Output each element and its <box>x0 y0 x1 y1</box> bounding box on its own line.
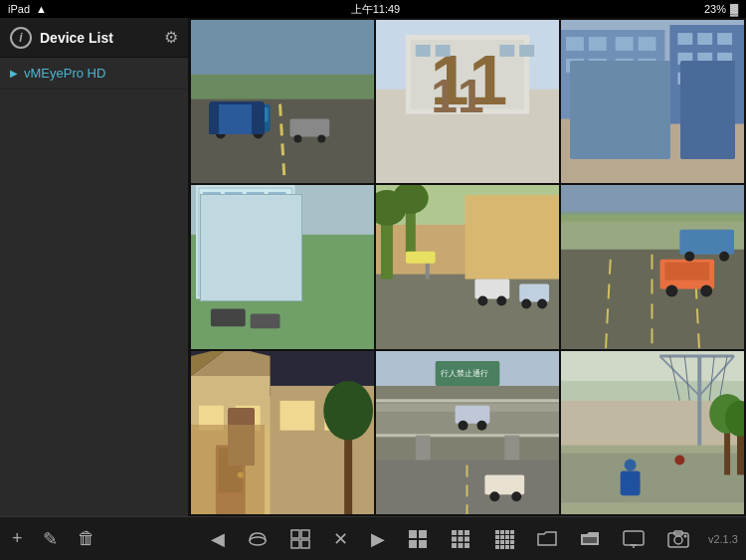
multiview-button[interactable] <box>286 525 314 553</box>
svg-rect-70 <box>474 280 509 299</box>
svg-rect-98 <box>199 405 224 430</box>
svg-rect-21 <box>561 70 744 119</box>
folder2-button[interactable] <box>576 525 604 553</box>
svg-point-137 <box>625 459 637 470</box>
svg-point-121 <box>511 491 521 501</box>
svg-rect-151 <box>409 540 417 548</box>
svg-rect-44 <box>196 185 294 298</box>
svg-rect-138 <box>621 470 641 495</box>
edit-button[interactable]: ✎ <box>39 524 62 554</box>
grid9-button[interactable] <box>447 525 474 553</box>
svg-rect-95 <box>216 445 246 514</box>
camera-cell-1[interactable] <box>191 20 374 183</box>
device-item-vmeyepro[interactable]: ▶ vMEyePro HD <box>0 58 188 90</box>
svg-rect-92 <box>191 376 271 514</box>
svg-rect-86 <box>679 230 734 255</box>
screen-button[interactable] <box>619 526 649 552</box>
svg-rect-34 <box>566 37 584 51</box>
camera-cell-6[interactable] <box>561 185 744 348</box>
svg-rect-150 <box>419 530 427 538</box>
svg-rect-29 <box>717 53 732 65</box>
svg-point-87 <box>684 252 694 262</box>
svg-point-139 <box>674 455 684 465</box>
svg-rect-146 <box>301 530 309 538</box>
camera-cell-7[interactable] <box>191 351 374 514</box>
svg-rect-100 <box>191 425 276 514</box>
svg-rect-89 <box>561 212 744 222</box>
svg-rect-52 <box>247 212 265 226</box>
svg-rect-30 <box>677 73 692 85</box>
svg-rect-42 <box>191 185 374 240</box>
svg-rect-39 <box>589 59 607 73</box>
dome-button[interactable] <box>244 525 272 553</box>
camera-grid: 11 <box>189 18 746 516</box>
sidebar-title: Device List <box>40 30 113 46</box>
svg-rect-102 <box>280 400 315 430</box>
svg-point-184 <box>683 534 686 537</box>
camera-scene-5 <box>376 185 559 348</box>
camera-scene-9 <box>561 351 744 514</box>
svg-rect-163 <box>500 530 504 534</box>
svg-rect-165 <box>510 530 514 534</box>
camera-cell-3[interactable] <box>561 20 744 183</box>
camera-settings-button[interactable] <box>663 526 693 552</box>
toolbar: + ✎ 🗑 ◀ ✕ ▶ <box>0 516 746 560</box>
svg-rect-57 <box>269 232 286 246</box>
camera-scene-1 <box>191 20 374 183</box>
camera-cell-2[interactable]: 11 <box>376 20 559 183</box>
info-icon[interactable]: i <box>10 27 32 49</box>
svg-rect-119 <box>484 474 524 494</box>
delete-button[interactable]: 🗑 <box>74 524 99 553</box>
svg-rect-154 <box>459 530 464 535</box>
svg-point-88 <box>719 252 729 262</box>
svg-rect-16 <box>416 45 431 57</box>
svg-rect-69 <box>406 252 436 264</box>
settings-icon[interactable]: ⚙ <box>164 28 178 47</box>
svg-rect-152 <box>419 540 427 548</box>
add-button[interactable]: + <box>8 524 27 553</box>
svg-rect-161 <box>465 543 469 548</box>
svg-rect-148 <box>301 540 309 548</box>
camera-cell-4[interactable] <box>191 185 374 348</box>
svg-rect-18 <box>499 45 514 57</box>
folder1-button[interactable] <box>533 525 561 553</box>
svg-rect-53 <box>269 212 286 226</box>
grid4-button[interactable] <box>404 525 432 553</box>
svg-point-9 <box>293 134 301 142</box>
svg-rect-28 <box>697 53 712 65</box>
svg-rect-27 <box>677 53 692 65</box>
svg-rect-45 <box>199 188 291 295</box>
svg-rect-48 <box>247 192 265 206</box>
back-button[interactable]: ◀ <box>207 524 229 554</box>
svg-rect-157 <box>459 536 464 541</box>
svg-rect-96 <box>219 448 243 492</box>
svg-rect-156 <box>452 536 457 541</box>
grid16-button[interactable] <box>490 525 518 553</box>
sidebar: i Device List ⚙ ▶ vMEyePro HD <box>0 18 189 516</box>
svg-rect-149 <box>409 530 417 538</box>
camera-cell-8[interactable]: 行人禁止通行 <box>376 351 559 514</box>
svg-rect-168 <box>505 535 509 539</box>
camera-cell-5[interactable] <box>376 185 559 348</box>
svg-rect-49 <box>269 192 286 206</box>
svg-point-6 <box>216 129 226 139</box>
svg-rect-158 <box>465 536 469 541</box>
svg-rect-36 <box>616 37 634 51</box>
svg-rect-4 <box>211 104 271 132</box>
svg-rect-31 <box>697 73 712 85</box>
svg-rect-167 <box>500 535 504 539</box>
svg-rect-162 <box>495 530 499 534</box>
svg-rect-147 <box>291 540 299 548</box>
camera-scene-2: 11 <box>376 20 559 183</box>
close-button[interactable]: ✕ <box>329 524 352 554</box>
svg-rect-159 <box>452 543 457 548</box>
camera-cell-9[interactable] <box>561 351 744 514</box>
svg-rect-172 <box>505 540 509 544</box>
status-bar: iPad ▲ 上午11:49 23% ▓ <box>0 0 746 18</box>
svg-rect-56 <box>247 232 265 246</box>
camera-scene-7 <box>191 351 374 514</box>
svg-rect-174 <box>495 545 499 549</box>
battery-icon: ▓ <box>730 3 738 15</box>
play-button[interactable]: ▶ <box>367 524 389 554</box>
svg-point-117 <box>459 420 468 430</box>
